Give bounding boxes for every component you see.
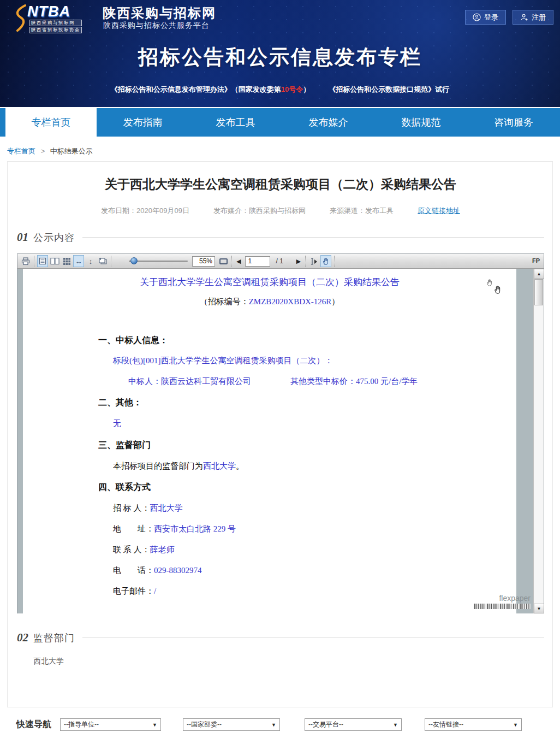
banner-link-spec[interactable]: 《招标公告和公示数据接口规范》试行 bbox=[329, 85, 449, 95]
contact-value: 薛老师 bbox=[150, 545, 175, 554]
contact-value: 西安市太白北路 229 号 bbox=[154, 524, 236, 533]
toolbar-separator bbox=[231, 256, 232, 267]
doc-contact-row: 招 标 人：西北大学 bbox=[113, 503, 183, 513]
flexpaper-barcode bbox=[474, 604, 531, 609]
flexpaper-watermark: flexpaper bbox=[474, 594, 531, 609]
zoom-slider-knob[interactable] bbox=[130, 257, 138, 264]
quick-nav-label: 快速导航 bbox=[16, 719, 51, 730]
doc-price-label: 其他类型中标价： bbox=[290, 377, 356, 386]
doc-supervise-pre: 本招标项目的监督部门为 bbox=[113, 462, 203, 470]
thumbnail-view-icon[interactable] bbox=[61, 255, 72, 267]
tab-publish-tool[interactable]: 发布工具 bbox=[189, 108, 282, 137]
breadcrumb-home-link[interactable]: 专栏首页 bbox=[7, 147, 35, 155]
doc-heading-3: 三、监督部门 bbox=[98, 440, 151, 451]
zoom-slider[interactable] bbox=[129, 256, 188, 267]
breadcrumb-separator: > bbox=[41, 147, 45, 155]
dropdown-guide-units[interactable]: --指导单位--▼ bbox=[60, 718, 161, 731]
fit-height-icon[interactable]: ↕ bbox=[85, 255, 96, 267]
banner-link1-pre: 《招标公告和公示信息发布管理办法》（国家发改委第 bbox=[111, 85, 281, 93]
section1-heading: 01 公示内容 bbox=[17, 231, 544, 244]
doc-heading-4: 四、联系方式 bbox=[98, 482, 151, 493]
original-link[interactable]: 原文链接地址 bbox=[418, 206, 460, 216]
site-logo[interactable]: NTBA 陕西采购与招标网 陕西省招标投标协会 bbox=[15, 3, 97, 32]
meta-date-label: 发布日期： bbox=[101, 206, 136, 215]
flip-view-icon[interactable] bbox=[97, 255, 108, 267]
document-page: 关于西北大学学生公寓空调租赁采购项目（二次）采购结果公告 （招标编号：ZMZB2… bbox=[23, 269, 516, 613]
person-circle-icon bbox=[473, 13, 481, 21]
meta-source-label: 来源渠道： bbox=[330, 206, 365, 215]
content-card: 关于西北大学学生公寓空调租赁采购项目（二次）采购结果公告 发布日期：2020年0… bbox=[7, 161, 553, 707]
logo-caption-1: 陕西采购与招标网 bbox=[29, 20, 82, 26]
scrollbar-thumb[interactable] bbox=[534, 279, 543, 305]
tab-publish-media[interactable]: 发布媒介 bbox=[282, 108, 375, 137]
chevron-down-icon: ▼ bbox=[393, 722, 398, 728]
doc-supervise-link: 西北大学 bbox=[203, 462, 236, 470]
section1-title: 公示内容 bbox=[33, 231, 75, 244]
section2-divider bbox=[82, 637, 544, 638]
meta-media-value: 陕西采购与招标网 bbox=[249, 206, 306, 215]
flexpaper-viewer: ↔ ↕ 55% ◀ 1 / 1 ▶ FP bbox=[17, 253, 544, 613]
single-page-view-icon[interactable] bbox=[37, 255, 48, 267]
dropdown-trading-platforms[interactable]: --交易平台--▼ bbox=[305, 718, 402, 731]
viewer-scrollbar[interactable]: ▲ ▼ bbox=[533, 269, 544, 613]
dropdown-friendly-links[interactable]: --友情链接--▼ bbox=[425, 718, 522, 731]
fit-width-icon[interactable]: ↔ bbox=[73, 255, 84, 267]
contact-label: 联 系 人： bbox=[113, 545, 150, 554]
hand-tool-icon[interactable] bbox=[320, 255, 331, 267]
hand-cursor-icon bbox=[493, 285, 503, 294]
banner-link-measures[interactable]: 《招标公告和公示信息发布管理办法》（国家发改委第10号令） bbox=[111, 85, 310, 95]
doc-heading-2: 二、其他： bbox=[98, 397, 142, 409]
login-button[interactable]: 登录 bbox=[465, 10, 506, 25]
tab-column-home[interactable]: 专栏首页 bbox=[5, 108, 97, 137]
banner-link1-red: 10号令 bbox=[281, 85, 303, 93]
dropdown-value: --交易平台-- bbox=[308, 720, 343, 729]
doc-heading-1: 一、中标人信息： bbox=[98, 335, 168, 346]
banner-title: 招标公告和公示信息发布专栏 bbox=[0, 44, 560, 71]
scroll-down-icon[interactable]: ▼ bbox=[534, 604, 544, 613]
contact-value: / bbox=[154, 587, 156, 595]
site-subtitle: 陕西采购与招标公共服务平台 bbox=[103, 21, 210, 31]
section1-divider bbox=[82, 237, 544, 238]
doc-contact-row: 电 话：029-88302974 bbox=[113, 565, 202, 576]
site-header: NTBA 陕西采购与招标网 陕西省招标投标协会 陕西采购与招标网 陕西采购与招标… bbox=[0, 0, 560, 107]
logo-swoosh-icon bbox=[14, 4, 28, 32]
two-page-view-icon[interactable] bbox=[49, 255, 60, 267]
section2-content: 西北大学 bbox=[33, 657, 64, 666]
article-meta: 发布日期：2020年09月09日 发布媒介：陕西采购与招标网 来源渠道：发布工具… bbox=[8, 206, 553, 216]
zoom-level-input[interactable]: 55% bbox=[192, 256, 215, 267]
banner-link1-post: ） bbox=[303, 85, 310, 93]
dropdown-value: --国家部委-- bbox=[187, 720, 222, 729]
logo-text: NTBA bbox=[27, 3, 70, 20]
toolbar-separator bbox=[305, 256, 306, 267]
doc-ref-code: ZMZB2020XBDX-126R bbox=[249, 297, 332, 306]
register-button[interactable]: 注册 bbox=[513, 10, 553, 25]
prev-page-icon[interactable]: ◀ bbox=[234, 258, 243, 265]
site-title: 陕西采购与招标网 bbox=[103, 4, 216, 22]
print-icon[interactable] bbox=[20, 255, 31, 267]
dropdown-value: --指导单位-- bbox=[64, 720, 99, 729]
fullscreen-icon[interactable] bbox=[218, 255, 229, 267]
breadcrumb: 专栏首页 > 中标结果公示 bbox=[7, 146, 93, 156]
tab-consult-service[interactable]: 咨询服务 bbox=[467, 108, 560, 137]
meta-media-label: 发布媒介： bbox=[213, 206, 249, 215]
toolbar-separator bbox=[34, 256, 34, 267]
page-number-input[interactable]: 1 bbox=[245, 256, 270, 267]
doc-ref-line: （招标编号：ZMZB2020XBDX-126R） bbox=[23, 297, 516, 307]
doc-winner-value: 陕西云达科工贸有限公司 bbox=[161, 377, 251, 386]
text-select-tool-icon[interactable] bbox=[308, 255, 319, 267]
next-page-icon[interactable]: ▶ bbox=[294, 258, 303, 265]
section2-number: 02 bbox=[17, 631, 28, 645]
doc-contact-row: 地 址：西安市太白北路 229 号 bbox=[113, 524, 236, 534]
logo-caption-2: 陕西省招标投标协会 bbox=[29, 27, 82, 33]
person-plus-icon bbox=[520, 13, 528, 21]
page-total-label: / 1 bbox=[276, 257, 283, 265]
tab-data-standard[interactable]: 数据规范 bbox=[374, 108, 467, 137]
dropdown-state-ministries[interactable]: --国家部委--▼ bbox=[183, 718, 280, 731]
viewer-content: 关于西北大学学生公寓空调租赁采购项目（二次）采购结果公告 （招标编号：ZMZB2… bbox=[17, 269, 544, 613]
chevron-down-icon: ▼ bbox=[271, 722, 276, 728]
scroll-up-icon[interactable]: ▲ bbox=[534, 269, 544, 279]
tab-publish-guide[interactable]: 发布指南 bbox=[97, 108, 189, 137]
doc-winner-label: 中标人： bbox=[128, 377, 161, 386]
doc-supervise-post: 。 bbox=[236, 462, 244, 470]
page-title: 关于西北大学学生公寓空调租赁采购项目（二次）采购结果公告 bbox=[8, 176, 553, 193]
